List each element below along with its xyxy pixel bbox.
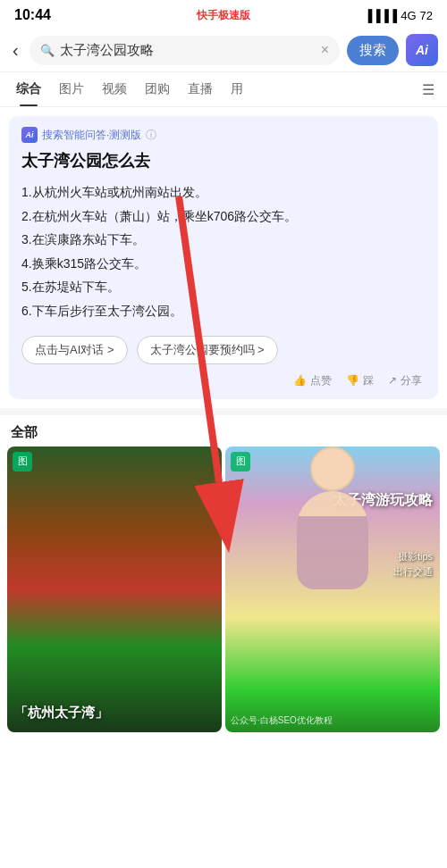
ai-badge[interactable]: Ai [406,34,438,66]
card-2-icon: 图 [231,452,250,472]
tab-video[interactable]: 视频 [93,72,136,106]
step-5: 5.在苏堤站下车。 [21,275,426,299]
network-type: 4G [401,9,416,22]
section-divider [0,408,447,415]
all-section-label: 全部 [0,415,447,447]
person-head [310,447,355,491]
card-1-title: 「杭州太子湾」 [14,704,215,722]
tabs-bar: 综合 图片 视频 团购 直播 用 ☰ [0,72,447,107]
ai-chat-button[interactable]: 点击与AI对话 > [21,336,128,364]
image-card-2[interactable]: 图 太子湾游玩攻略 摄影tips 出行交通 公众号·白杨SEO优化教程 [225,447,440,732]
tab-use[interactable]: 用 [222,72,252,106]
search-icon: 🔍 [40,44,55,57]
ai-label-row: Ai 搜索智能问答·测测版 ⓘ [21,127,426,143]
ai-label-text: 搜索智能问答·测测版 [42,128,141,143]
step-6: 6.下车后步行至太子湾公园。 [21,299,426,323]
card-1-icon: 图 [13,452,32,472]
search-bar: ‹ 🔍 太子湾公园攻略 × 搜索 Ai [0,29,447,72]
person-figure [301,464,364,545]
step-2: 2.在杭州火车站（萧山）站，乘坐k706路公交车。 [21,204,426,229]
person-body [297,491,368,589]
card-background-1 [7,447,222,732]
step-4: 4.换乘k315路公交车。 [21,252,426,276]
clear-button[interactable]: × [321,42,329,58]
image-grid: 图 「杭州太子湾」 图 太子湾游玩攻略 摄影tips 出行交通 公众号·白杨SE… [0,447,447,732]
status-time: 10:44 [14,7,51,23]
image-card-1[interactable]: 图 「杭州太子湾」 [7,447,222,732]
app-logo: 快手极速版 [197,8,250,23]
search-input-wrap[interactable]: 🔍 太子湾公园攻略 × [30,36,340,65]
card-2-bottom-label: 公众号·白杨SEO优化教程 [231,714,333,727]
like-button[interactable]: 👍 点赞 [293,373,332,388]
like-icon: 👍 [293,374,307,387]
card-2-subtitle: 摄影tips 出行交通 [393,549,433,580]
info-icon[interactable]: ⓘ [146,128,156,143]
tab-groupbuy[interactable]: 团购 [136,72,179,106]
search-button[interactable]: 搜索 [347,36,399,65]
ai-buttons-row: 点击与AI对话 > 太子湾公园要预约吗 > [21,336,426,364]
ai-small-icon: Ai [21,127,38,143]
filter-icon[interactable]: ☰ [417,74,440,105]
step-1: 1.从杭州火车站或杭州南站出发。 [21,180,426,204]
step-3: 3.在滨康路东站下车。 [21,228,426,252]
share-button[interactable]: ↗ 分享 [388,373,422,388]
ai-reserve-button[interactable]: 太子湾公园要预约吗 > [137,336,278,364]
status-icons: ▐▐▐▐ 4G 72 [364,9,433,22]
subtitle-1: 摄影tips [393,549,433,565]
battery-icon: 72 [420,9,433,22]
ai-answer-section: Ai 搜索智能问答·测测版 ⓘ 太子湾公园怎么去 1.从杭州火车站或杭州南站出发… [9,116,438,399]
subtitle-2: 出行交通 [393,564,433,580]
tab-images[interactable]: 图片 [50,72,93,106]
ai-answer-title: 太子湾公园怎么去 [21,150,426,171]
dislike-icon: 👎 [346,374,359,387]
search-query-text: 太子湾公园攻略 [60,42,316,59]
status-bar: 10:44 快手极速版 ▐▐▐▐ 4G 72 [0,0,447,29]
dislike-button[interactable]: 👎 踩 [346,373,374,388]
back-button[interactable]: ‹ [9,38,22,63]
logo-text: 快手极速版 [197,8,250,23]
tab-comprehensive[interactable]: 综合 [7,72,50,106]
signal-icon: ▐▐▐▐ [364,9,397,22]
share-icon: ↗ [388,374,397,387]
ai-answer-steps: 1.从杭州火车站或杭州南站出发。 2.在杭州火车站（萧山）站，乘坐k706路公交… [21,180,426,323]
reaction-row: 👍 点赞 👎 踩 ↗ 分享 [21,373,426,388]
tab-live[interactable]: 直播 [179,72,222,106]
